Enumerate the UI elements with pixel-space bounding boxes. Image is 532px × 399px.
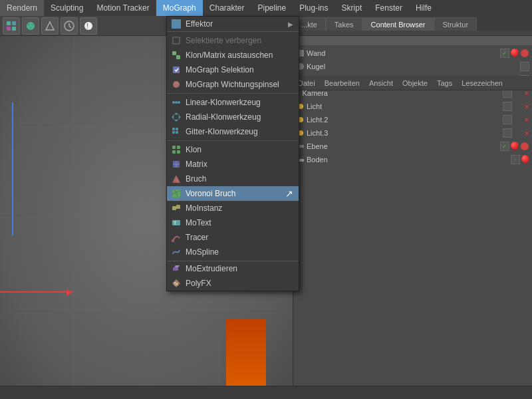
menu-selektierte-verbergen[interactable]: Selektierte verbergen (167, 33, 299, 48)
obj-check-ebene[interactable]: ✓ (500, 142, 509, 151)
obj-x-licht2[interactable]: ✕ (524, 116, 529, 124)
menu-charakter[interactable]: Charakter (203, 0, 251, 16)
menu-pipeline[interactable]: Pipeline (251, 0, 293, 16)
menu-gitter[interactable]: Gitter-Klonwerkzeug (167, 124, 299, 139)
menu-rendern[interactable]: Rendern (0, 0, 44, 16)
svg-rect-1 (12, 21, 16, 25)
svg-rect-24 (173, 66, 180, 73)
menu-bruch[interactable]: Bruch (167, 172, 299, 186)
toolbar-btn-2[interactable] (22, 17, 39, 35)
linear-icon (170, 97, 183, 108)
toolbar2-tags[interactable]: Tags (434, 79, 455, 87)
toolbar-btn-3[interactable] (41, 17, 59, 35)
menu-linear[interactable]: Linear-Klonwerkzeug (167, 95, 299, 110)
menu-wichtungspinsel[interactable]: MoGraph Wichtungspinsel (167, 77, 299, 92)
menu-klon[interactable]: Klon (167, 142, 299, 157)
klon-icon (170, 144, 183, 155)
list-item[interactable]: Ebene ✓ (293, 140, 532, 153)
obj-name-licht2: Licht.2 (307, 116, 501, 124)
menu-polyfx[interactable]: fx PolyFX (167, 276, 299, 291)
tracer-label: Tracer (186, 233, 293, 242)
menu-matrix[interactable]: Matrix (167, 157, 299, 172)
mograph-menu-panel: Effektor ▶ Selektierte verbergen Klon/Ma… (166, 16, 299, 291)
toolbar2-lesezeichen[interactable]: Lesezeichen (459, 79, 505, 87)
obj-x-kamera[interactable]: ✕ (524, 90, 529, 97)
svg-rect-21 (173, 37, 180, 44)
svg-point-9 (84, 22, 92, 30)
list-item[interactable]: Licht.3 ✕ (293, 126, 532, 140)
obj-dot-ebene (511, 142, 519, 151)
obj-x-licht[interactable]: ✕ (524, 103, 529, 110)
toolbar-btn-5[interactable]: ! (80, 17, 97, 35)
klon-matrix-label: Klon/Matrix austauschen (186, 51, 293, 60)
tab-content-browser[interactable]: Content Browser (362, 17, 434, 31)
tab-takes[interactable]: Takes (326, 17, 362, 31)
tab-struktur[interactable]: Struktur (434, 17, 477, 31)
obj-x-licht3[interactable]: ✕ (524, 130, 529, 137)
menu-section-2: Linear-Klonwerkzeug Radial-Klonwerkzeug … (167, 94, 299, 141)
obj-check-wand[interactable]: ✓ (500, 49, 509, 58)
obj-check-licht3[interactable] (503, 128, 512, 138)
list-item[interactable]: Licht.2 ✕ (293, 113, 532, 126)
menu-hilfe[interactable]: Hilfe (409, 0, 438, 16)
svg-rect-35 (172, 128, 175, 130)
svg-rect-23 (176, 55, 180, 59)
svg-text:fx: fx (174, 281, 178, 286)
toolbar2-objekte[interactable]: Objekte (400, 79, 430, 87)
effektor-label: Effektor (186, 19, 288, 29)
menu-effektor[interactable]: Effektor ▶ (167, 17, 299, 31)
svg-point-28 (175, 101, 178, 104)
axis-x-arrow (66, 289, 72, 296)
svg-point-29 (178, 101, 180, 104)
menu-motext[interactable]: T MoText (167, 215, 299, 230)
moinstanz-label: MoInstanz (186, 203, 293, 213)
tracer-icon (170, 232, 183, 243)
menu-tracer[interactable]: Tracer (167, 230, 299, 245)
right-panel: Datei Bearbeiten Ansicht Objekte Tags Le… (293, 45, 532, 399)
obj-check-boden[interactable] (511, 155, 520, 164)
svg-point-5 (27, 23, 30, 26)
menu-mospline[interactable]: MoSpline (167, 245, 299, 259)
menu-moextrudieren[interactable]: MoExtrudieren (167, 261, 299, 276)
svg-point-19 (521, 142, 529, 150)
list-item[interactable]: Wand ✓ (293, 47, 532, 60)
menu-radial[interactable]: Radial-Klonwerkzeug (167, 110, 299, 124)
menu-klon-matrix[interactable]: Klon/Matrix austauschen (167, 48, 299, 63)
svg-rect-41 (172, 150, 176, 154)
svg-rect-42 (177, 150, 180, 154)
menu-mograph[interactable]: MoGraph (156, 0, 203, 16)
list-item[interactable]: Licht ✕ (293, 100, 532, 113)
toolbar-btn-1[interactable] (3, 17, 20, 35)
moinstanz-icon (170, 203, 183, 213)
matrix-label: Matrix (186, 160, 293, 169)
list-item[interactable]: Boden (293, 153, 532, 166)
menu-voronoi-bruch[interactable]: Voronoi Bruch ↗ (167, 186, 299, 201)
menu-fenster[interactable]: Fenster (368, 0, 409, 16)
wichtung-icon (170, 79, 183, 90)
menu-motion-tracker[interactable]: Motion Tracker (90, 0, 156, 16)
selektierte-icon (170, 35, 183, 46)
toolbar-btn-4[interactable] (61, 17, 78, 35)
wichtung-label: MoGraph Wichtungspinsel (186, 80, 293, 89)
selektion-label: MoGraph Selektion (186, 65, 293, 74)
menu-moinstanz[interactable]: MoInstanz (167, 201, 299, 215)
selektierte-label: Selektierte verbergen (186, 36, 293, 45)
obj-check-licht2[interactable] (503, 115, 512, 124)
svg-point-25 (173, 81, 180, 88)
svg-point-31 (176, 113, 178, 115)
klon-matrix-icon (170, 50, 183, 61)
menu-plugins[interactable]: Plug-ins (293, 0, 334, 16)
svg-rect-50 (172, 206, 176, 210)
obj-icon2-wand (520, 49, 529, 58)
svg-rect-40 (177, 146, 180, 149)
menu-mograph-selektion[interactable]: MoGraph Selektion (167, 63, 299, 77)
toolbar2-ansicht[interactable]: Ansicht (366, 79, 396, 87)
obj-check-kugel[interactable] (520, 62, 529, 71)
toolbar2-bearbeiten[interactable]: Bearbeiten (322, 79, 362, 87)
svg-rect-39 (172, 146, 176, 149)
obj-check-licht[interactable] (503, 102, 512, 111)
menu-skript[interactable]: Skript (335, 0, 369, 16)
axis-y (12, 102, 13, 235)
menu-sculpting[interactable]: Sculpting (44, 0, 90, 16)
list-item[interactable]: Kugel (293, 60, 532, 73)
